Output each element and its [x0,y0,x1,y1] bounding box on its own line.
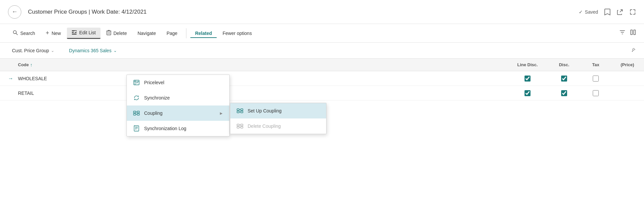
dynamics-365-sales-label: Dynamics 365 Sales [69,48,111,53]
pricelevel-icon [133,79,140,86]
related-button[interactable]: Related [190,29,217,38]
submenu-set-up-coupling-label: Set Up Coupling [248,108,282,113]
search-icon [13,30,18,36]
related-label: Related [195,31,212,36]
pin-button[interactable] [631,47,636,54]
row-disc-wholesale [547,76,581,82]
row-line-disc-wholesale [508,76,547,82]
table-row[interactable]: RETAIL [0,86,644,100]
svg-rect-25 [237,111,239,113]
th-tax[interactable]: Tax [581,62,611,67]
filter-button[interactable] [619,29,625,37]
table-header: Code ↑ Line Disc. Disc. Tax (Price) [0,59,644,71]
line-disc-checkbox-wholesale[interactable] [525,76,531,82]
disc-checkbox-retail[interactable] [561,90,567,96]
sub-toolbar: Cust. Price Group ⌄ Dynamics 365 Sales ⌄ [0,43,644,59]
disc-checkbox-wholesale[interactable] [561,76,567,82]
edit-list-icon [72,30,77,36]
submenu-delete-coupling-label: Delete Coupling [248,123,281,129]
svg-rect-31 [237,126,239,128]
dynamics-365-sales-chevron: ⌄ [113,48,117,53]
top-bar: ← Customer Price Groups | Work Date: 4/1… [0,0,644,24]
disc-label: Disc. [559,62,569,67]
toolbar: Search + New Edit List Delete [0,24,644,43]
delete-coupling-icon [236,122,244,130]
menu-coupling-label: Coupling [144,110,162,116]
line-disc-label: Line Disc. [517,62,537,67]
dynamics-365-sales-dropdown[interactable]: Dynamics 365 Sales ⌄ [65,46,121,55]
edit-list-label: Edit List [79,30,96,35]
code-header-label: Code [18,62,29,67]
navigate-button[interactable]: Navigate [133,29,160,38]
coupling-icon [133,109,140,117]
svg-rect-17 [137,113,139,115]
svg-rect-4 [72,34,77,35]
search-button[interactable]: Search [8,28,40,38]
row-tax-retail [581,90,611,96]
sort-indicator: ↑ [30,62,33,68]
row-disc-retail [547,90,581,96]
delete-button[interactable]: Delete [102,28,131,38]
bookmark-button[interactable] [604,8,611,16]
line-disc-checkbox-retail[interactable] [525,90,531,96]
th-price[interactable]: (Price) [611,62,644,67]
table-row[interactable]: → WHOLESALE [0,71,644,86]
row-line-disc-retail [508,90,547,96]
fewer-options-label: Fewer options [223,31,252,36]
page-label: Page [166,31,177,36]
tax-checkbox-retail[interactable] [593,90,599,96]
delete-label: Delete [113,31,127,36]
menu-sync-log-label: Synchronization Log [144,126,186,131]
menu-item-pricelevel[interactable]: Pricelevel [127,75,229,90]
svg-rect-32 [241,124,243,126]
th-code[interactable]: Code ↑ [18,62,105,68]
saved-label: Saved [585,9,598,15]
svg-rect-2 [72,30,77,31]
checkmark-icon: ✓ [579,9,583,15]
cust-price-group-dropdown[interactable]: Cust. Price Group ⌄ [8,46,58,55]
svg-line-1 [16,33,18,35]
svg-rect-20 [134,126,139,131]
menu-item-synchronize[interactable]: Synchronize [127,90,229,105]
submenu-item-set-up-coupling[interactable]: Set Up Coupling [230,103,326,118]
new-button[interactable]: + New [41,28,66,39]
set-up-coupling-icon [236,107,244,114]
coupling-chevron-icon: ► [219,111,223,116]
svg-rect-15 [133,113,136,115]
svg-rect-24 [237,109,239,110]
page-button[interactable]: Page [162,29,182,38]
table-area: Code ↑ Line Disc. Disc. Tax (Price) → WH… [0,59,644,100]
top-actions: ✓ Saved [579,8,636,16]
svg-rect-16 [137,111,139,113]
row-code-retail: RETAIL [18,91,105,96]
row-tax-wholesale [581,76,611,82]
dynamics-menu: Pricelevel Synchronize [126,75,230,136]
saved-indicator: ✓ Saved [579,9,598,15]
search-label: Search [20,31,35,36]
expand-button[interactable] [629,9,636,15]
tax-checkbox-wholesale[interactable] [593,76,599,82]
sync-icon [133,94,140,101]
menu-item-sync-log[interactable]: Synchronization Log [127,121,229,136]
toolbar-divider [186,28,186,38]
column-chooser-button[interactable] [630,29,636,37]
external-link-button[interactable] [617,9,623,15]
th-disc[interactable]: Disc. [547,62,581,67]
menu-item-coupling[interactable]: Coupling ► [127,105,229,121]
edit-list-button[interactable]: Edit List [67,28,101,39]
cust-price-group-chevron: ⌄ [51,48,54,53]
menu-synchronize-label: Synchronize [144,95,170,100]
svg-rect-27 [241,111,243,113]
tax-label: Tax [592,62,599,67]
cust-price-group-label: Cust. Price Group [12,48,49,53]
row-code-wholesale: WHOLESALE [18,76,105,81]
delete-icon [107,30,111,36]
svg-rect-14 [133,111,136,113]
th-linedisc[interactable]: Line Disc. [508,62,547,67]
svg-rect-26 [241,109,243,110]
svg-rect-10 [634,30,635,35]
fewer-options-button[interactable]: Fewer options [218,29,257,38]
plus-icon: + [46,30,49,37]
back-button[interactable]: ← [8,5,21,19]
svg-rect-30 [237,124,239,126]
